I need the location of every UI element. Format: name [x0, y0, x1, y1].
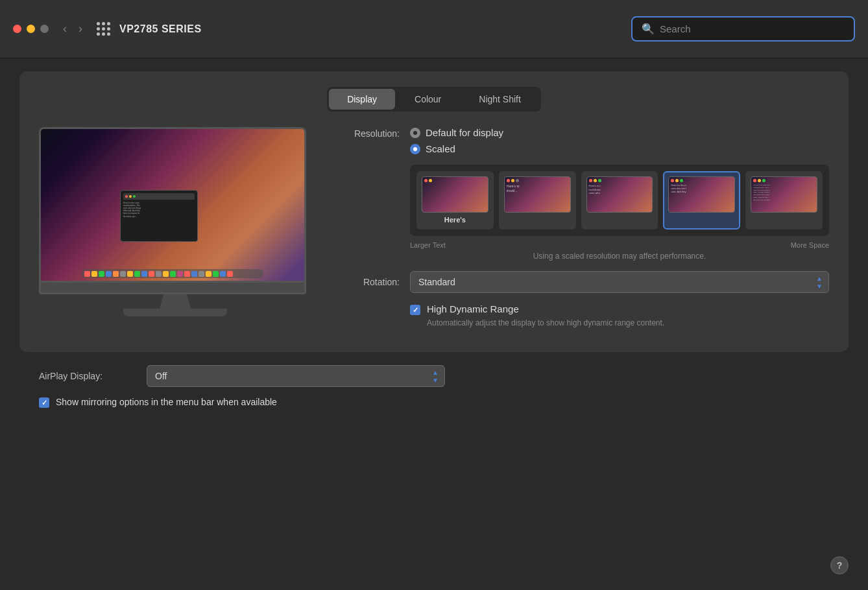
tabs-container: Display Colour Night Shift	[39, 87, 829, 112]
mini-window: Here's to the crazy troublemakers. The o…	[120, 190, 198, 242]
hdr-checkbox[interactable]: ✓	[410, 305, 420, 315]
scale-grid: Here's Here's totroubl...	[410, 165, 829, 236]
scale-option-4[interactable]: Here's to the crones who see trules. And…	[663, 171, 740, 230]
display-inner: Here's to the crazy troublemakers. The o…	[39, 127, 829, 334]
titlebar: ‹ › VP2785 SERIES 🔍	[0, 0, 868, 58]
airplay-select[interactable]: Off AirPlay	[147, 365, 445, 387]
tab-night-shift[interactable]: Night Shift	[461, 89, 539, 110]
display-panel: Display Colour Night Shift	[19, 71, 849, 352]
mirror-checkbox-check: ✓	[42, 399, 47, 407]
radio-scaled[interactable]: Scaled	[410, 143, 503, 154]
settings-side: Resolution: Default for display Scaled	[335, 127, 829, 334]
airplay-select-wrap: Off AirPlay ▲ ▼	[147, 365, 445, 387]
rotation-row: Rotation: Standard 90° 180° 270° ▲ ▼	[335, 271, 829, 293]
rotation-select[interactable]: Standard 90° 180° 270°	[410, 271, 829, 293]
rotation-select-wrap: Standard 90° 180° 270° ▲ ▼	[410, 271, 829, 293]
scale-option-3[interactable]: Here's to ttroublemaones who	[581, 171, 658, 230]
scale-label-area: Larger Text More Space	[410, 241, 829, 249]
scale-option-1[interactable]: Here's	[416, 171, 494, 230]
grid-button[interactable]	[97, 22, 110, 36]
resolution-label: Resolution:	[335, 127, 400, 139]
search-box[interactable]: 🔍	[631, 16, 855, 41]
tabs: Display Colour Night Shift	[327, 87, 541, 112]
radio-default-label: Default for display	[426, 127, 503, 138]
radio-scaled-circle	[410, 144, 420, 154]
tab-colour[interactable]: Colour	[396, 89, 459, 110]
scale-larger-text: Larger Text	[410, 241, 446, 249]
scale-more-space: More Space	[791, 241, 829, 249]
forward-button[interactable]: ›	[75, 21, 86, 37]
minimize-button[interactable]	[27, 25, 35, 33]
main-content: Display Colour Night Shift	[0, 58, 868, 421]
help-button[interactable]: ?	[830, 556, 849, 574]
checkbox-check: ✓	[413, 307, 418, 314]
search-input[interactable]	[660, 23, 845, 34]
monitor-bezel	[39, 283, 306, 294]
monitor-preview: Here's to the crazy troublemakers. The o…	[39, 127, 311, 316]
radio-scaled-label: Scaled	[426, 143, 455, 154]
radio-default[interactable]: Default for display	[410, 127, 503, 138]
resolution-row: Resolution: Default for display Scaled	[335, 127, 829, 154]
performance-note: Using a scaled resolution may affect per…	[410, 252, 829, 261]
search-icon: 🔍	[642, 23, 655, 35]
monitor-stand	[39, 294, 311, 316]
bottom-bar: AirPlay Display: Off AirPlay ▲ ▼ ✓ Show …	[19, 365, 849, 408]
scale-option-2[interactable]: Here's totroubl...	[499, 171, 576, 230]
nav-arrows: ‹ ›	[59, 21, 86, 37]
radio-options: Default for display Scaled	[410, 127, 503, 154]
hdr-title: High Dynamic Range	[427, 303, 664, 314]
monitor-screen: Here's to the crazy troublemakers. The o…	[39, 127, 306, 283]
mirror-checkbox[interactable]: ✓	[39, 397, 49, 408]
close-button[interactable]	[13, 25, 21, 33]
scale-label-1: Here's	[443, 215, 467, 224]
maximize-button[interactable]	[40, 25, 49, 33]
airplay-label: AirPlay Display:	[39, 371, 136, 381]
mirror-row: ✓ Show mirroring options in the menu bar…	[39, 396, 829, 408]
radio-default-circle	[410, 128, 420, 138]
rotation-label: Rotation:	[335, 277, 400, 287]
tab-display[interactable]: Display	[329, 89, 395, 110]
hdr-row: ✓ High Dynamic Range Automatically adjus…	[410, 303, 829, 329]
hdr-description: Automatically adjust the display to show…	[427, 317, 664, 329]
mirror-label: Show mirroring options in the menu bar w…	[56, 397, 277, 407]
back-button[interactable]: ‹	[59, 21, 71, 37]
airplay-row: AirPlay Display: Off AirPlay ▲ ▼	[39, 365, 829, 387]
window-title: VP2785 SERIES	[119, 23, 631, 35]
traffic-lights	[13, 25, 49, 33]
scale-option-5[interactable]: Here's to the crazy onetroublemakers. Th…	[745, 171, 823, 230]
hdr-text: High Dynamic Range Automatically adjust …	[427, 303, 664, 329]
dock-bar	[82, 269, 263, 278]
